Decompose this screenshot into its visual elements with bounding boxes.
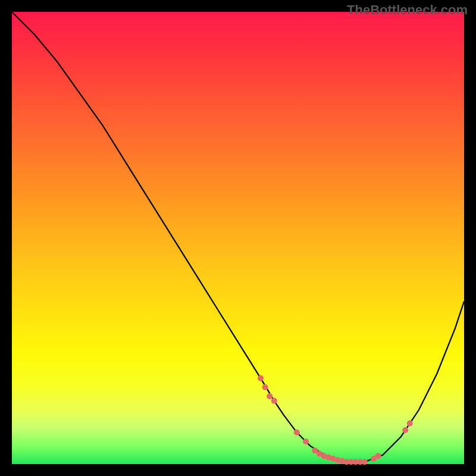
data-marker xyxy=(303,439,309,444)
chart-svg xyxy=(12,12,464,464)
data-marker xyxy=(294,430,300,436)
data-marker xyxy=(262,384,268,390)
data-marker xyxy=(407,421,413,427)
data-marker xyxy=(375,453,381,459)
watermark-text: TheBottleneck.com xyxy=(347,2,468,18)
main-curve xyxy=(12,12,464,462)
data-marker xyxy=(271,398,277,404)
data-marker xyxy=(258,375,264,381)
data-marker xyxy=(362,459,368,465)
data-marker xyxy=(267,393,273,399)
plot-area xyxy=(12,12,464,464)
data-markers xyxy=(258,375,413,465)
data-marker xyxy=(402,427,408,433)
